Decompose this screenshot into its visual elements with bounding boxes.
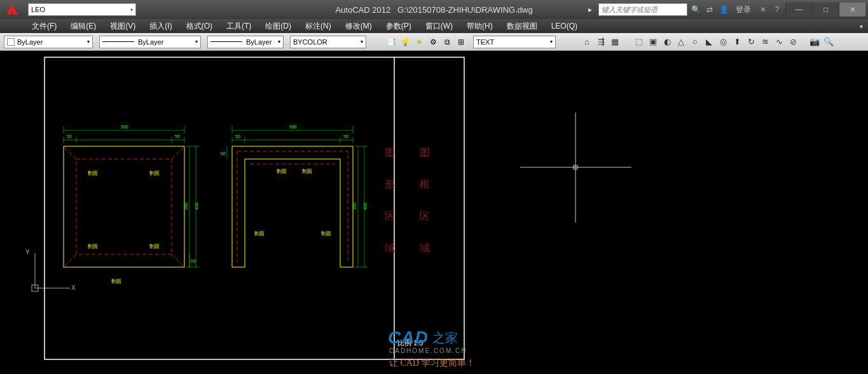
3d-sphere-icon[interactable]: ○ — [689, 36, 701, 48]
svg-text:50: 50 — [343, 134, 348, 139]
svg-text:之家: 之家 — [432, 331, 458, 345]
revolve-icon[interactable]: ↻ — [745, 36, 757, 48]
svg-text:域: 域 — [419, 242, 430, 253]
menu-dim[interactable]: 标注(N) — [299, 20, 338, 33]
workspace-current: LEO — [31, 6, 45, 13]
exchange-icon[interactable]: ⇄ — [704, 4, 715, 15]
menu-view[interactable]: 视图(V) — [104, 20, 142, 33]
svg-text:50: 50 — [221, 151, 226, 156]
3d-wedge-icon[interactable]: ◣ — [703, 36, 715, 48]
svg-rect-0 — [45, 57, 464, 359]
linetype-dropdown[interactable]: ByLayer▾ — [99, 36, 201, 48]
svg-text:50: 50 — [67, 134, 72, 139]
3d-cone-icon[interactable]: △ — [675, 36, 687, 48]
svg-text:剖面: 剖面 — [88, 170, 98, 176]
gear-icon[interactable]: ⚙ — [427, 36, 439, 48]
loft-icon[interactable]: ≋ — [759, 36, 771, 48]
workspace-dropdown[interactable]: LEO ▾ — [28, 3, 136, 16]
copy-icon[interactable]: ⧉ — [441, 36, 453, 48]
3d-cyl-icon[interactable]: ◐ — [661, 36, 673, 48]
svg-text:让 CAD 学习更简单！: 让 CAD 学习更简单！ — [389, 358, 475, 368]
svg-text:剖面: 剖面 — [149, 170, 160, 176]
layer-states-icon[interactable]: ⇶ — [595, 36, 607, 48]
layer-props-icon[interactable]: ▦ — [609, 36, 621, 48]
sun-icon[interactable]: ☀ — [413, 36, 425, 48]
title-text: AutoCAD 2012 G:\20150708-ZHIHU\DRAWING.d… — [335, 5, 532, 15]
svg-text:500: 500 — [121, 125, 128, 129]
menu-file[interactable]: 文件(F) — [25, 20, 63, 33]
help-icon[interactable]: ? — [771, 4, 783, 15]
layer-filter-icon[interactable]: ⌂ — [581, 36, 593, 48]
menu-data[interactable]: 数据视图 — [500, 20, 544, 33]
menu-tools[interactable]: 工具(T) — [220, 20, 258, 33]
ucs-y-label: Y — [25, 249, 30, 256]
menu-modify[interactable]: 修改(M) — [339, 20, 378, 33]
text-style-dropdown[interactable]: TEXT▾ — [473, 36, 556, 48]
properties-toolbar: ByLayer▾ ByLayer▾ ByLayer▾ BYCOLOR▾ 📑 💡 … — [0, 33, 868, 51]
minimize-button[interactable]: — — [785, 3, 812, 17]
search-icon[interactable]: 🔍 — [690, 4, 701, 15]
svg-text:图: 图 — [385, 147, 395, 158]
svg-text:350: 350 — [352, 202, 357, 210]
lineweight-sample-icon — [210, 41, 242, 42]
svg-text:剖面: 剖面 — [111, 279, 121, 284]
svg-text:剖面: 剖面 — [149, 244, 160, 249]
layer-control-icon[interactable]: 📑 — [385, 36, 397, 48]
xref-icon[interactable]: ✕ — [757, 4, 769, 15]
maximize-button[interactable]: □ — [812, 3, 839, 17]
3d-cube-icon[interactable]: ▣ — [647, 36, 659, 48]
svg-rect-16 — [64, 146, 184, 267]
lineweight-dropdown[interactable]: ByLayer▾ — [207, 36, 284, 48]
svg-text:400: 400 — [195, 202, 199, 210]
svg-text:区: 区 — [420, 211, 430, 221]
sweep-icon[interactable]: ∿ — [773, 36, 785, 48]
search-input[interactable] — [598, 3, 687, 16]
extrude-icon[interactable]: ⬆ — [731, 36, 743, 48]
plotstyle-dropdown[interactable]: BYCOLOR▾ — [290, 36, 366, 48]
ortho-icon[interactable]: ⊞ — [455, 36, 467, 48]
svg-line-20 — [64, 254, 76, 267]
svg-text:剖面: 剖面 — [254, 231, 265, 237]
svg-line-18 — [64, 146, 76, 159]
app-menu-button[interactable] — [0, 0, 24, 19]
section-icon[interactable]: ⊘ — [787, 36, 799, 48]
menu-format[interactable]: 格式(O) — [180, 20, 219, 33]
color-swatch-icon — [7, 38, 15, 46]
menu-draw[interactable]: 绘图(D) — [259, 20, 298, 33]
svg-text:CADHOME.COM.CN: CADHOME.COM.CN — [389, 347, 467, 354]
svg-line-21 — [172, 254, 184, 267]
svg-text:400: 400 — [363, 202, 368, 210]
svg-text:CAD: CAD — [388, 328, 429, 347]
svg-text:50: 50 — [175, 134, 180, 139]
search-arrow-icon[interactable]: ▸ — [584, 4, 596, 15]
linetype-sample-icon — [102, 41, 134, 42]
menu-window[interactable]: 窗口(W) — [419, 20, 459, 33]
svg-text:50: 50 — [191, 259, 196, 263]
3d-box-icon[interactable]: ⬚ — [633, 36, 645, 48]
menu-bar: 文件(F) 编辑(E) 视图(V) 插入(I) 格式(O) 工具(T) 绘图(D… — [0, 19, 868, 33]
svg-text:区: 区 — [385, 211, 395, 221]
drawing-canvas[interactable]: X Y 500 50 50 剖面 剖面 剖面 剖面 剖面 350 400 — [0, 51, 868, 374]
lightbulb-icon[interactable]: 💡 — [399, 36, 411, 48]
3d-torus-icon[interactable]: ◎ — [717, 36, 729, 48]
user-icon[interactable]: 👤 — [718, 4, 729, 15]
svg-text:500: 500 — [289, 125, 297, 129]
close-button[interactable]: ✕ — [839, 3, 865, 17]
menubar-overflow-icon[interactable]: ▾ — [860, 23, 868, 30]
camera-icon[interactable]: 📷 — [809, 36, 820, 48]
menu-insert[interactable]: 插入(I) — [143, 20, 178, 33]
menu-leo[interactable]: LEO(Q) — [545, 20, 584, 32]
svg-text:图: 图 — [420, 147, 430, 158]
color-dropdown[interactable]: ByLayer▾ — [4, 36, 93, 48]
svg-text:剖面: 剖面 — [277, 169, 287, 174]
svg-text:50: 50 — [235, 134, 240, 139]
orbit-icon[interactable]: 🔍 — [823, 36, 834, 48]
login-label[interactable]: 登录 — [736, 4, 751, 15]
menu-help[interactable]: 帮助(H) — [460, 20, 499, 33]
menu-param[interactable]: 参数(P) — [380, 20, 418, 33]
svg-text:框: 框 — [420, 179, 430, 190]
svg-text:形: 形 — [385, 179, 395, 190]
menu-edit[interactable]: 编辑(E) — [64, 20, 102, 33]
chevron-down-icon: ▾ — [130, 7, 133, 13]
svg-text:域: 域 — [384, 242, 395, 253]
